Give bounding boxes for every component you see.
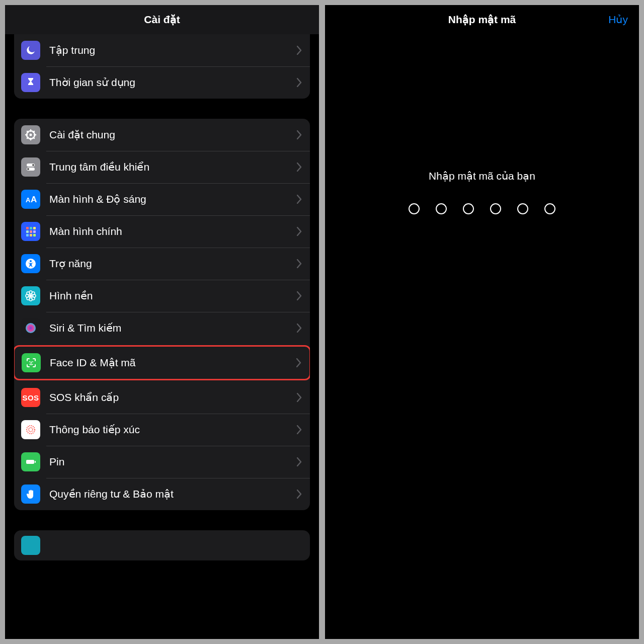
passcode-prompt: Nhập mật mã của bạn	[429, 170, 535, 182]
chevron-right-icon	[297, 227, 302, 236]
settings-row-label: Face ID & Mật mã	[50, 357, 296, 369]
settings-group-2: Cài đặt chungTrung tâm điều khiểnMàn hìn…	[14, 119, 310, 510]
passcode-title: Nhập mật mã	[448, 14, 516, 26]
settings-row-label: Thông báo tiếp xúc	[49, 424, 297, 436]
settings-row-focus[interactable]: Tập trung	[14, 34, 310, 66]
settings-row-label: Màn hình & Độ sáng	[49, 193, 297, 205]
chevron-right-icon	[297, 163, 302, 172]
highlight-faceid: Face ID & Mật mã	[14, 345, 310, 380]
chevron-right-icon	[297, 291, 302, 300]
settings-row-faceid[interactable]: Face ID & Mật mã	[15, 347, 309, 379]
hourglass-icon	[21, 73, 40, 92]
chevron-right-icon	[297, 259, 302, 268]
flower-icon	[21, 286, 40, 305]
passcode-dot	[490, 203, 501, 214]
settings-scroll-area[interactable]: Tập trungThời gian sử dụng Cài đặt chung…	[5, 34, 319, 581]
faceid-icon	[22, 353, 41, 372]
chevron-right-icon	[297, 393, 302, 402]
settings-row-battery[interactable]: Pin	[14, 446, 310, 478]
settings-row-label: Trợ năng	[49, 258, 297, 270]
chevron-right-icon	[297, 490, 302, 499]
settings-row-privacy[interactable]: Quyền riêng tư & Bảo mật	[14, 478, 310, 510]
passcode-dot	[463, 203, 474, 214]
switches-icon	[21, 157, 40, 177]
sos-icon: SOS	[21, 388, 40, 407]
settings-row-label: Tập trung	[49, 44, 297, 56]
accessibility-icon	[21, 254, 40, 273]
hand-icon	[21, 485, 40, 504]
passcode-body: Nhập mật mã của bạn	[325, 34, 639, 214]
settings-row-siri[interactable]: Siri & Tìm kiếm	[14, 312, 310, 344]
settings-row-wallpaper[interactable]: Hình nền	[14, 280, 310, 312]
siri-icon	[21, 318, 40, 338]
settings-row-label: Cài đặt chung	[49, 129, 297, 141]
settings-row-display[interactable]: Màn hình & Độ sáng	[14, 183, 310, 215]
passcode-dot	[436, 203, 447, 214]
settings-row-label: Màn hình chính	[49, 225, 297, 237]
chevron-right-icon	[297, 78, 302, 87]
settings-row-label: Thời gian sử dụng	[49, 76, 297, 89]
textsize-icon	[21, 190, 40, 209]
exposure-icon	[21, 420, 40, 439]
settings-row-screentime[interactable]: Thời gian sử dụng	[14, 66, 310, 99]
passcode-header: Nhập mật mã Hủy	[325, 5, 639, 34]
gear-icon	[21, 125, 40, 144]
chevron-right-icon	[297, 457, 302, 466]
chevron-right-icon	[296, 358, 301, 367]
settings-row-label: Hình nền	[49, 290, 297, 302]
settings-header: Cài đặt	[5, 5, 319, 34]
chevron-right-icon	[297, 324, 302, 333]
settings-row-label: Trung tâm điều khiển	[49, 161, 297, 173]
cancel-button[interactable]: Hủy	[608, 14, 628, 26]
passcode-dot	[544, 203, 555, 214]
apps-icon	[21, 222, 40, 241]
passcode-dots	[409, 203, 555, 214]
chevron-right-icon	[297, 130, 302, 139]
settings-row-control[interactable]: Trung tâm điều khiển	[14, 151, 310, 183]
settings-row-general[interactable]: Cài đặt chung	[14, 119, 310, 151]
settings-row-sos[interactable]: SOSSOS khẩn cấp	[14, 381, 310, 414]
settings-pane: Cài đặt Tập trungThời gian sử dụng Cài đ…	[5, 5, 319, 639]
settings-row-home[interactable]: Màn hình chính	[14, 215, 310, 248]
settings-group-3-peek	[14, 530, 310, 560]
settings-group-1: Tập trungThời gian sử dụng	[14, 34, 310, 99]
passcode-dot	[409, 203, 420, 214]
peek-icon	[21, 536, 40, 555]
chevron-right-icon	[297, 46, 302, 55]
settings-row-exposure[interactable]: Thông báo tiếp xúc	[14, 414, 310, 446]
passcode-pane: Nhập mật mã Hủy Nhập mật mã của bạn	[325, 5, 639, 639]
settings-row-label: Quyền riêng tư & Bảo mật	[49, 488, 297, 500]
settings-row-label: SOS khẩn cấp	[49, 391, 297, 404]
settings-row-access[interactable]: Trợ năng	[14, 248, 310, 280]
settings-row-label: Pin	[49, 456, 297, 468]
settings-title: Cài đặt	[144, 14, 180, 26]
chevron-right-icon	[297, 425, 302, 434]
chevron-right-icon	[297, 195, 302, 204]
battery-icon	[21, 452, 40, 471]
moon-icon	[21, 41, 40, 60]
settings-row-label: Siri & Tìm kiếm	[49, 322, 297, 334]
passcode-dot	[517, 203, 528, 214]
